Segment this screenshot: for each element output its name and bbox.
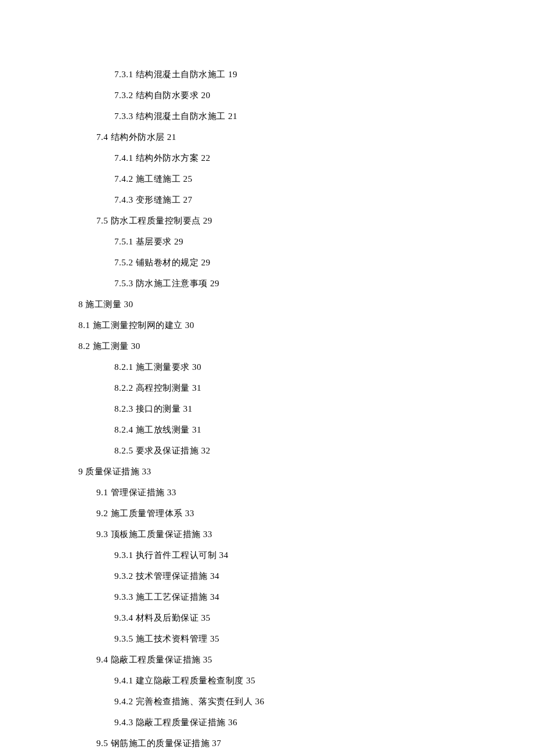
toc-entry-number: 7.5.2	[114, 258, 134, 267]
toc-entry-title: 隐蔽工程质量保证措施	[136, 718, 226, 727]
toc-entry-page: 33	[203, 530, 212, 539]
toc-entry-number: 9.4	[96, 655, 108, 664]
toc-entry-title: 完善检查措施、落实责任到人	[136, 697, 253, 706]
toc-entry-page: 27	[183, 195, 193, 204]
toc-entry-number: 9.4.2	[114, 697, 134, 706]
toc-entry-page: 22	[201, 153, 211, 163]
toc-entry: 7.4.2 施工缝施工 25	[78, 168, 499, 189]
toc-entry-title: 高程控制测量	[136, 383, 190, 393]
toc-entry: 7.4 结构外防水层 21	[78, 127, 499, 147]
toc-entry-number: 9.5	[96, 739, 108, 748]
toc-entry-number: 7.4.2	[114, 174, 134, 183]
toc-entry-number: 8.2.4	[114, 425, 134, 434]
toc-entry: 9.3.3 施工工艺保证措施 34	[78, 586, 499, 607]
toc-entry-title: 施工测量控制网的建立	[93, 321, 183, 330]
toc-entry-number: 8.2.3	[114, 404, 134, 413]
toc-entry-title: 施工质量管理体系	[111, 509, 183, 518]
toc-entry-page: 36	[228, 718, 237, 727]
toc-entry-page: 29	[201, 258, 211, 267]
toc-entry-title: 执行首件工程认可制	[136, 550, 217, 560]
toc-entry-title: 防水施工注意事项	[136, 279, 208, 288]
toc-entry: 9.6 混凝土的质量保证措施 37	[78, 754, 499, 756]
toc-entry-page: 32	[201, 446, 211, 455]
toc-entry: 7.5.1 基层要求 29	[78, 231, 499, 252]
toc-entry: 8.2.2 高程控制测量 31	[78, 377, 499, 398]
toc-entry-title: 施工测量	[93, 341, 129, 351]
toc-entry: 9.5 钢筋施工的质量保证措施 37	[78, 733, 499, 754]
toc-entry-title: 基层要求	[136, 237, 172, 246]
toc-entry-number: 9.3.3	[114, 592, 134, 602]
toc-entry-title: 施工工艺保证措施	[136, 592, 208, 602]
toc-entry-page: 35	[203, 655, 212, 664]
toc-entry-page: 29	[210, 279, 219, 288]
toc-entry-page: 31	[183, 404, 193, 413]
toc-entry-number: 9.4.1	[114, 676, 134, 685]
toc-entry-number: 9.3.5	[114, 634, 134, 643]
toc-entry-page: 34	[219, 550, 229, 560]
toc-entry: 9.1 管理保证措施 33	[78, 482, 499, 503]
toc-entry: 9.3.2 技术管理保证措施 34	[78, 566, 499, 586]
toc-entry-title: 结构自防水要求	[136, 91, 199, 100]
toc-entry-number: 7.4	[96, 132, 108, 142]
toc-entry-page: 31	[192, 425, 201, 434]
toc-entry-page: 31	[192, 383, 201, 393]
toc-entry-page: 34	[210, 571, 219, 581]
toc-entry-number: 7.5.3	[114, 279, 134, 288]
toc-entry-title: 铺贴卷材的规定	[136, 258, 199, 267]
toc-entry-page: 33	[185, 509, 194, 518]
toc-entry-title: 要求及保证措施	[136, 446, 199, 455]
toc-entry-page: 35	[210, 634, 219, 643]
toc-entry: 9.3.5 施工技术资料管理 35	[78, 628, 499, 649]
toc-entry-page: 29	[203, 216, 212, 225]
toc-entry-title: 质量保证措施	[85, 467, 139, 476]
toc-entry-number: 9.3	[96, 530, 108, 539]
toc-entry-title: 技术管理保证措施	[136, 571, 208, 581]
toc-entry-number: 8.2.2	[114, 383, 134, 393]
toc-entry: 9.4.3 隐蔽工程质量保证措施 36	[78, 712, 499, 733]
toc-entry-number: 7.4.3	[114, 195, 134, 204]
toc-entry-number: 9.3.2	[114, 571, 134, 581]
toc-entry: 9.4.2 完善检查措施、落实责任到人 36	[78, 691, 499, 712]
toc-entry: 7.3.1 结构混凝土自防水施工 19	[78, 64, 499, 85]
toc-entry-page: 33	[142, 467, 151, 476]
toc-entry-title: 施工缝施工	[136, 174, 181, 183]
toc-entry: 7.3.2 结构自防水要求 20	[78, 85, 499, 106]
toc-entry-page: 20	[201, 91, 211, 100]
toc-entry-page: 21	[167, 132, 176, 142]
toc-entry-number: 9.3.1	[114, 550, 134, 560]
toc-entry-page: 25	[183, 174, 193, 183]
toc-entry: 9.4.1 建立隐蔽工程质量检查制度 35	[78, 670, 499, 691]
toc-page: 7.3.1 结构混凝土自防水施工 197.3.2 结构自防水要求 207.3.3…	[0, 0, 534, 756]
toc-entry-title: 材料及后勤保证	[136, 613, 199, 622]
toc-entry-number: 7.3.1	[114, 70, 134, 79]
toc-entry-number: 7.5	[96, 216, 108, 225]
toc-entry-title: 结构混凝土自防水施工	[136, 70, 226, 79]
toc-entry: 7.5 防水工程质量控制要点 29	[78, 210, 499, 231]
toc-entry-title: 钢筋施工的质量保证措施	[111, 739, 210, 748]
toc-entry: 7.5.2 铺贴卷材的规定 29	[78, 252, 499, 273]
toc-entry-number: 9.4.3	[114, 718, 134, 727]
toc-entry-number: 8.2	[78, 341, 90, 351]
toc-entry-number: 7.5.1	[114, 237, 134, 246]
toc-entry: 8.2 施工测量 30	[78, 336, 499, 357]
toc-entry-page: 19	[228, 70, 237, 79]
toc-entry-page: 34	[210, 592, 219, 602]
toc-entry-page: 37	[212, 739, 221, 748]
toc-entry-page: 35	[246, 676, 255, 685]
toc-entry-page: 33	[167, 488, 176, 497]
toc-entry-number: 8.1	[78, 321, 90, 330]
toc-entry-title: 施工放线测量	[136, 425, 190, 434]
toc-entry: 7.4.3 变形缝施工 27	[78, 189, 499, 210]
toc-entry-number: 7.3.3	[114, 111, 134, 121]
toc-entry: 8.2.4 施工放线测量 31	[78, 419, 499, 440]
toc-entry-number: 9	[78, 467, 83, 476]
toc-entry-title: 结构外防水方案	[136, 153, 199, 163]
toc-entry-page: 21	[228, 111, 237, 121]
toc-entry: 9.3 顶板施工质量保证措施 33	[78, 524, 499, 545]
toc-entry: 7.4.1 结构外防水方案 22	[78, 147, 499, 168]
toc-entry-page: 30	[124, 300, 134, 309]
toc-entry-page: 35	[201, 613, 211, 622]
toc-entry-title: 防水工程质量控制要点	[111, 216, 201, 225]
toc-entry: 7.3.3 结构混凝土自防水施工 21	[78, 106, 499, 127]
toc-entry: 7.5.3 防水施工注意事项 29	[78, 273, 499, 294]
